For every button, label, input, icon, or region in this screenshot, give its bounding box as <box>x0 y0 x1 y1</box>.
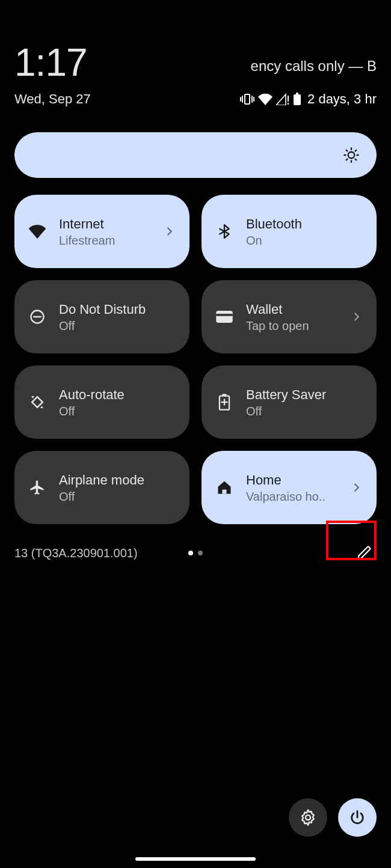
tile-title: Airplane mode <box>59 471 176 490</box>
bluetooth-icon <box>215 222 234 241</box>
quick-settings-footer: 13 (TQ3A.230901.001) <box>14 541 377 565</box>
tile-auto-rotate[interactable]: Auto-rotate Off <box>14 365 189 439</box>
tile-bluetooth[interactable]: Bluetooth On <box>202 195 377 268</box>
tile-internet[interactable]: Internet Lifestream <box>14 195 189 268</box>
pencil-icon <box>357 545 372 561</box>
wallet-icon <box>215 307 234 326</box>
page-dot <box>198 551 203 555</box>
page-indicator[interactable] <box>188 551 203 555</box>
svg-rect-8 <box>216 311 233 323</box>
settings-button[interactable] <box>289 798 327 837</box>
status-icon-row: 2 days, 3 hr <box>240 91 377 107</box>
tile-title: Wallet <box>246 301 338 319</box>
tile-subtitle: Tap to open <box>246 319 338 333</box>
auto-rotate-icon <box>28 393 47 412</box>
tile-subtitle: On <box>246 234 363 248</box>
airplane-icon <box>28 478 47 497</box>
tile-wallet[interactable]: Wallet Tap to open <box>202 280 377 353</box>
chevron-right-icon <box>350 481 363 494</box>
vibrate-icon <box>240 93 254 105</box>
navigation-handle[interactable] <box>135 857 256 861</box>
svg-rect-1 <box>288 96 289 102</box>
network-status-text: ency calls only — B <box>251 58 377 75</box>
power-icon <box>349 809 366 826</box>
svg-rect-4 <box>296 93 298 94</box>
svg-rect-10 <box>32 397 43 408</box>
tile-do-not-disturb[interactable]: Do Not Disturb Off <box>14 280 189 353</box>
wifi-icon <box>28 222 47 241</box>
tile-title: Bluetooth <box>246 215 363 234</box>
home-icon <box>215 478 234 497</box>
tile-subtitle: Off <box>59 319 176 333</box>
quick-settings-header: 1:17 ency calls only — B Wed, Sep 27 <box>0 0 391 107</box>
svg-rect-12 <box>223 394 227 396</box>
svg-rect-2 <box>288 103 289 105</box>
battery-remaining-text: 2 days, 3 hr <box>307 91 377 107</box>
brightness-slider[interactable] <box>14 132 377 178</box>
tile-home[interactable]: Home Valparaiso ho.. <box>202 451 377 524</box>
tile-title: Battery Saver <box>246 386 363 405</box>
brightness-icon <box>343 147 360 164</box>
svg-point-5 <box>348 152 355 159</box>
tile-title: Auto-rotate <box>59 386 176 405</box>
battery-saver-icon <box>215 393 234 412</box>
chevron-right-icon <box>163 225 176 238</box>
cellular-signal-icon <box>276 93 289 105</box>
tile-title: Home <box>246 471 338 490</box>
battery-icon <box>293 93 301 106</box>
svg-rect-3 <box>294 94 301 105</box>
quick-settings-tiles: Internet Lifestream Bluetooth On Do Not … <box>14 195 377 524</box>
page-dot <box>188 551 193 555</box>
svg-point-13 <box>306 815 310 820</box>
tile-subtitle: Off <box>246 405 363 418</box>
tile-subtitle: Off <box>59 490 176 504</box>
dnd-icon <box>28 307 47 326</box>
power-button[interactable] <box>338 798 377 837</box>
svg-rect-0 <box>245 94 250 104</box>
wifi-icon <box>258 93 272 105</box>
tile-title: Do Not Disturb <box>59 301 176 319</box>
tile-subtitle: Lifestream <box>59 234 151 248</box>
bottom-controls <box>289 798 377 837</box>
tile-subtitle: Valparaiso ho.. <box>246 490 338 504</box>
build-number: 13 (TQ3A.230901.001) <box>14 546 138 560</box>
svg-rect-9 <box>216 314 233 316</box>
gear-icon <box>299 808 317 827</box>
tile-airplane-mode[interactable]: Airplane mode Off <box>14 451 189 524</box>
tile-subtitle: Off <box>59 405 176 418</box>
tile-battery-saver[interactable]: Battery Saver Off <box>202 365 377 439</box>
clock: 1:17 <box>14 43 87 82</box>
date: Wed, Sep 27 <box>14 91 91 107</box>
tile-title: Internet <box>59 215 151 234</box>
edit-tiles-button[interactable] <box>353 541 377 565</box>
chevron-right-icon <box>350 310 363 323</box>
